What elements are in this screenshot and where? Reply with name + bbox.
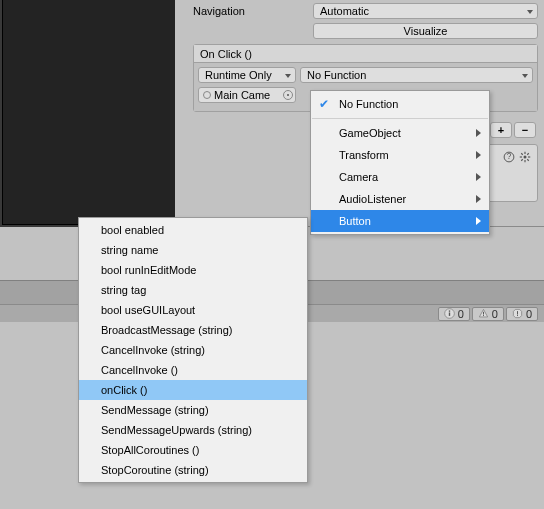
submenu-item[interactable]: CancelInvoke (string)	[79, 340, 307, 360]
svg-line-7	[521, 153, 523, 155]
status-warn-count: 0	[492, 308, 498, 320]
submenu-item-label: bool runInEditMode	[101, 264, 196, 276]
help-icon[interactable]: ?	[503, 151, 515, 165]
submenu-item-label: SendMessageUpwards (string)	[101, 424, 252, 436]
submenu-item-label: SendMessage (string)	[101, 404, 209, 416]
error-icon	[512, 308, 523, 319]
svg-rect-15	[483, 312, 484, 315]
svg-rect-12	[448, 312, 449, 315]
submenu-item[interactable]: bool runInEditMode	[79, 260, 307, 280]
submenu-item-label: bool enabled	[101, 224, 164, 236]
submenu-item[interactable]: CancelInvoke ()	[79, 360, 307, 380]
status-err-count: 0	[526, 308, 532, 320]
navigation-value: Automatic	[320, 5, 369, 17]
submenu-item-onclick[interactable]: onClick ()	[79, 380, 307, 400]
menu-item-transform[interactable]: Transform	[311, 144, 489, 166]
submenu-item[interactable]: bool useGUILayout	[79, 300, 307, 320]
status-info[interactable]: 0	[438, 307, 470, 321]
scene-viewport-inner	[2, 0, 175, 225]
svg-line-9	[527, 153, 529, 155]
menu-item-label: Transform	[339, 149, 389, 161]
submenu-item-label: bool useGUILayout	[101, 304, 195, 316]
submenu-arrow-icon	[476, 129, 481, 137]
status-err[interactable]: 0	[506, 307, 538, 321]
object-icon	[203, 91, 211, 99]
status-info-count: 0	[458, 308, 464, 320]
scene-viewport	[0, 0, 175, 227]
menu-item-audiolistener[interactable]: AudioListener	[311, 188, 489, 210]
svg-rect-13	[448, 310, 449, 311]
target-object-name: Main Came	[214, 89, 270, 101]
navigation-dropdown[interactable]: Automatic	[313, 3, 538, 19]
button-submenu: bool enabled string name bool runInEditM…	[78, 217, 308, 483]
svg-rect-19	[517, 315, 518, 316]
onclick-header: On Click ()	[194, 45, 537, 63]
navigation-label: Navigation	[193, 5, 313, 17]
submenu-item[interactable]: StopAllCoroutines ()	[79, 440, 307, 460]
warn-icon	[478, 308, 489, 319]
submenu-item-label: string name	[101, 244, 158, 256]
submenu-item-label: StopAllCoroutines ()	[101, 444, 199, 456]
add-listener-button[interactable]: +	[490, 122, 512, 138]
submenu-item[interactable]: BroadcastMessage (string)	[79, 320, 307, 340]
submenu-item-label: StopCoroutine (string)	[101, 464, 209, 476]
svg-point-2	[524, 156, 527, 159]
check-icon: ✔	[319, 97, 329, 111]
submenu-arrow-icon	[476, 195, 481, 203]
submenu-item[interactable]: string name	[79, 240, 307, 260]
function-dropdown[interactable]: No Function	[300, 67, 533, 83]
svg-text:?: ?	[507, 152, 512, 161]
target-object-field[interactable]: Main Came	[198, 87, 296, 103]
submenu-item-label: CancelInvoke ()	[101, 364, 178, 376]
submenu-item-label: BroadcastMessage (string)	[101, 324, 232, 336]
submenu-item[interactable]: SendMessageUpwards (string)	[79, 420, 307, 440]
menu-item-camera[interactable]: Camera	[311, 166, 489, 188]
menu-item-gameobject[interactable]: GameObject	[311, 122, 489, 144]
submenu-item-label: CancelInvoke (string)	[101, 344, 205, 356]
menu-item-no-function[interactable]: ✔No Function	[311, 93, 489, 115]
visualize-button[interactable]: Visualize	[313, 23, 538, 39]
status-warn[interactable]: 0	[472, 307, 504, 321]
submenu-item[interactable]: SendMessage (string)	[79, 400, 307, 420]
plus-label: +	[498, 124, 504, 136]
call-state-value: Runtime Only	[205, 69, 272, 81]
submenu-arrow-icon	[476, 151, 481, 159]
submenu-item[interactable]: bool enabled	[79, 220, 307, 240]
onclick-header-text: On Click ()	[200, 48, 252, 60]
svg-line-10	[521, 159, 523, 161]
submenu-item-label: string tag	[101, 284, 146, 296]
menu-item-button[interactable]: Button	[311, 210, 489, 232]
remove-listener-button[interactable]: −	[514, 122, 536, 138]
svg-rect-16	[483, 315, 484, 316]
menu-item-label: Button	[339, 215, 371, 227]
menu-item-label: Camera	[339, 171, 378, 183]
object-picker-icon[interactable]	[283, 90, 293, 100]
minus-label: −	[522, 124, 528, 136]
menu-item-label: No Function	[339, 98, 398, 110]
function-value: No Function	[307, 69, 366, 81]
submenu-item-label: onClick ()	[101, 384, 147, 396]
submenu-item[interactable]: string tag	[79, 280, 307, 300]
submenu-item[interactable]: StopCoroutine (string)	[79, 460, 307, 480]
submenu-arrow-icon	[476, 217, 481, 225]
svg-line-8	[527, 159, 529, 161]
svg-rect-18	[517, 311, 518, 314]
function-context-menu: ✔No Function GameObject Transform Camera…	[310, 90, 490, 235]
visualize-label: Visualize	[404, 25, 448, 37]
submenu-arrow-icon	[476, 173, 481, 181]
menu-item-label: GameObject	[339, 127, 401, 139]
call-state-dropdown[interactable]: Runtime Only	[198, 67, 296, 83]
menu-separator	[312, 118, 488, 119]
menu-item-label: AudioListener	[339, 193, 406, 205]
gear-icon[interactable]	[519, 151, 531, 165]
info-icon	[444, 308, 455, 319]
list-controls: + −	[490, 122, 536, 138]
